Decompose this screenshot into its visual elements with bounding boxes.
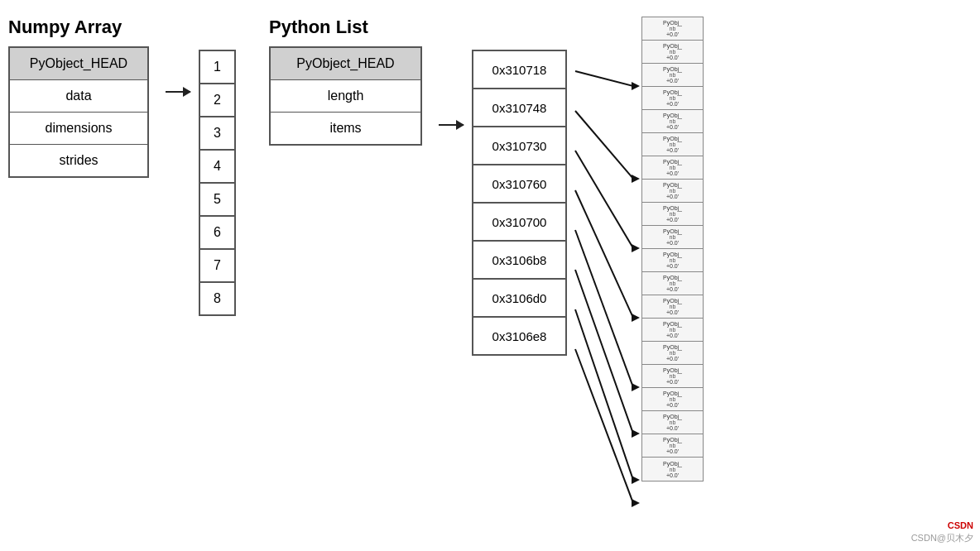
cross-arrows-svg <box>575 51 641 515</box>
right-row-1: PyObj_nb+0.0' <box>642 41 703 64</box>
numpy-row-strides: strides <box>10 145 147 176</box>
addr-0: 0x310718 <box>472 50 567 89</box>
right-row-3: PyObj_nb+0.0' <box>642 87 703 110</box>
addr-4: 0x310700 <box>472 202 567 242</box>
main-container: Numpy Array PyObject_HEAD data dimension… <box>0 0 980 551</box>
right-row-17: PyObj_nb+0.0' <box>642 411 703 434</box>
python-section: Python List PyObject_HEAD length items <box>269 17 422 146</box>
right-row-6: PyObj_nb+0.0' <box>642 156 703 180</box>
python-row-head: PyObject_HEAD <box>271 48 420 80</box>
data-arrow <box>166 91 190 93</box>
numpy-section: Numpy Array PyObject_HEAD data dimension… <box>8 17 149 178</box>
num-6: 6 <box>199 215 236 250</box>
right-row-15: PyObj_nb+0.0' <box>642 365 703 388</box>
python-title: Python List <box>269 17 368 38</box>
number-arrow-group: 1 2 3 4 5 6 7 8 <box>166 51 244 316</box>
address-column: 0x310718 0x310748 0x310730 0x310760 0x31… <box>472 51 567 356</box>
svg-marker-7 <box>632 314 640 322</box>
numpy-row-data: data <box>10 80 147 113</box>
right-section: PyObj_nb+0.0' PyObj_nb+0.0' PyObj_nb+0.0… <box>575 17 704 482</box>
addr-6: 0x3106d0 <box>472 278 567 318</box>
right-row-14: PyObj_nb+0.0' <box>642 342 703 365</box>
svg-marker-5 <box>632 244 640 252</box>
right-row-12: PyObj_nb+0.0' <box>642 295 703 319</box>
num-5: 5 <box>199 182 236 217</box>
watermark: CSDN@贝木夕 <box>911 532 973 544</box>
python-row-items: items <box>271 113 420 144</box>
right-row-4: PyObj_nb+0.0' <box>642 110 703 133</box>
num-1: 1 <box>199 50 236 84</box>
num-7: 7 <box>199 248 236 283</box>
addr-5: 0x3106b8 <box>472 240 567 280</box>
numpy-row-head: PyObject_HEAD <box>10 48 147 80</box>
right-row-16: PyObj_nb+0.0' <box>642 388 703 411</box>
svg-marker-13 <box>632 476 640 484</box>
svg-marker-1 <box>632 82 640 90</box>
svg-line-10 <box>575 270 633 434</box>
svg-marker-15 <box>632 499 640 507</box>
svg-line-0 <box>575 71 633 86</box>
right-row-13: PyObj_nb+0.0' <box>642 319 703 342</box>
right-row-11: PyObj_nb+0.0' <box>642 272 703 295</box>
addr-1: 0x310748 <box>472 88 567 127</box>
svg-line-12 <box>575 309 633 480</box>
right-row-10: PyObj_nb+0.0' <box>642 249 703 272</box>
sections-wrapper: Numpy Array PyObject_HEAD data dimension… <box>8 17 704 482</box>
addr-7: 0x3106e8 <box>472 316 567 356</box>
right-row-8: PyObj_nb+0.0' <box>642 203 703 226</box>
python-row-length: length <box>271 80 420 113</box>
svg-line-4 <box>575 151 633 248</box>
items-arrow <box>439 124 464 126</box>
right-row-5: PyObj_nb+0.0' <box>642 133 703 156</box>
addr-3: 0x310760 <box>472 164 567 204</box>
svg-line-14 <box>575 349 633 503</box>
python-struct-box: PyObject_HEAD length items <box>269 46 422 146</box>
right-row-2: PyObj_nb+0.0' <box>642 64 703 87</box>
svg-line-2 <box>575 111 633 179</box>
num-4: 4 <box>199 149 236 184</box>
svg-marker-11 <box>632 429 640 438</box>
numpy-row-dimensions: dimensions <box>10 113 147 145</box>
num-2: 2 <box>199 83 236 117</box>
svg-marker-3 <box>632 175 640 183</box>
addr-2: 0x310730 <box>472 126 567 165</box>
csdn-label: CSDN <box>948 520 973 530</box>
right-stack: PyObj_nb+0.0' PyObj_nb+0.0' PyObj_nb+0.0… <box>641 17 704 482</box>
number-column: 1 2 3 4 5 6 7 8 <box>199 51 236 316</box>
right-row-0: PyObj_nb+0.0' <box>642 17 703 41</box>
right-row-18: PyObj_nb+0.0' <box>642 434 703 458</box>
num-8: 8 <box>199 281 236 316</box>
num-3: 3 <box>199 116 236 151</box>
data-arrow-head <box>183 87 191 97</box>
items-arrow-head <box>456 120 464 130</box>
right-row-19: PyObj_nb+0.0' <box>642 458 703 481</box>
numpy-struct-box: PyObject_HEAD data dimensions strides <box>8 46 149 178</box>
numpy-title: Numpy Array <box>8 17 122 38</box>
svg-marker-9 <box>632 383 640 391</box>
items-arrow-line <box>439 124 464 126</box>
right-row-7: PyObj_nb+0.0' <box>642 180 703 203</box>
data-arrow-line <box>166 91 190 93</box>
right-row-9: PyObj_nb+0.0' <box>642 226 703 249</box>
